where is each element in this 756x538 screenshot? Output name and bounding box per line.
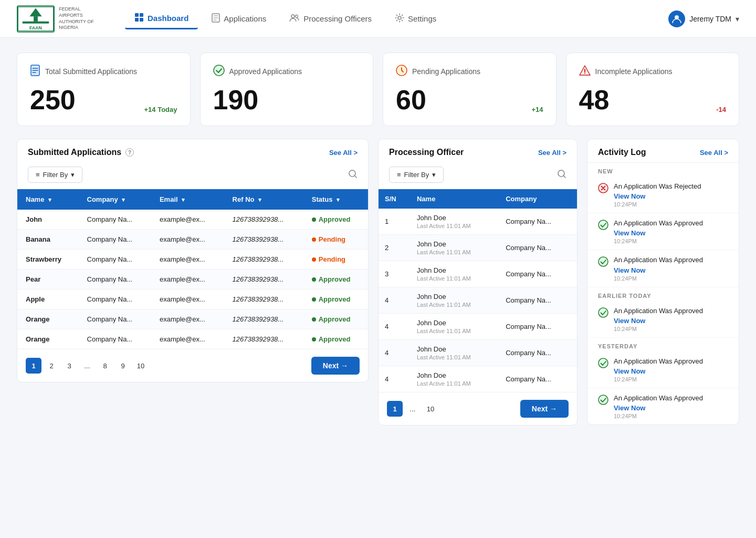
- stat-badge-incomplete: -14: [716, 106, 726, 113]
- activity-view-now-link[interactable]: View Now: [614, 229, 728, 237]
- activity-view-now-link[interactable]: View Now: [614, 192, 728, 200]
- activity-view-now-link[interactable]: View Now: [614, 317, 728, 325]
- officer-company: Company Na...: [499, 261, 577, 287]
- officers-see-all[interactable]: See All >: [538, 149, 566, 157]
- submitted-apps-search-btn[interactable]: [348, 169, 358, 180]
- col-header-company[interactable]: Company ▾: [79, 189, 151, 210]
- cell-name: Pear: [17, 270, 79, 289]
- processing-officers-card: Processing Officer See All > ≡ Filter By…: [378, 139, 578, 426]
- approved-icon: [598, 395, 608, 407]
- submitted-apps-table: Name ▾ Company ▾ Email ▾ Ref No ▾ Status…: [17, 189, 368, 349]
- activity-text: An Application Was Approved: [614, 255, 728, 265]
- list-item[interactable]: 4 John Doe Last Active 11:01 AM Company …: [379, 340, 577, 366]
- officers-search-btn[interactable]: [557, 169, 566, 180]
- officer-page-ellipsis: ...: [405, 401, 421, 417]
- svg-point-23: [598, 220, 608, 230]
- stat-value-incomplete: 48: [579, 86, 610, 113]
- cell-email: example@ex...: [151, 309, 224, 329]
- tooltip-icon: ?: [125, 148, 134, 157]
- officer-sn: 1: [379, 209, 411, 235]
- svg-text:FAAN: FAAN: [29, 25, 42, 30]
- cell-status: Pending: [303, 250, 368, 270]
- nav-item-dashboard[interactable]: Dashboard: [125, 8, 198, 29]
- table-row[interactable]: Pear Company Na... example@ex... 1267383…: [17, 270, 368, 289]
- nav-item-processing-officers[interactable]: Processing Officers: [280, 9, 381, 28]
- activity-text: An Application Was Rejected: [614, 182, 728, 191]
- nav-user[interactable]: Jeremy TDM ▾: [668, 11, 739, 27]
- table-row[interactable]: Orange Company Na... example@ex... 12673…: [17, 329, 368, 349]
- table-row[interactable]: Strawberry Company Na... example@ex... 1…: [17, 250, 368, 270]
- officer-page-numbers: 1 ... 10: [387, 401, 438, 417]
- table-row[interactable]: Orange Company Na... example@ex... 12673…: [17, 309, 368, 329]
- officer-company: Company Na...: [499, 235, 577, 261]
- submitted-apps-see-all[interactable]: See All >: [329, 149, 358, 157]
- svg-point-24: [598, 257, 608, 266]
- user-name: Jeremy TDM: [689, 15, 731, 23]
- submitted-apps-filter-btn[interactable]: ≡ Filter By ▾: [28, 167, 82, 183]
- table-row[interactable]: Banana Company Na... example@ex... 12673…: [17, 230, 368, 250]
- stat-card-pending: Pending Applications 60 +14: [383, 53, 556, 126]
- officers-filter-btn[interactable]: ≡ Filter By ▾: [389, 167, 444, 183]
- svg-point-19: [584, 73, 585, 74]
- list-item[interactable]: 1 John Doe Last Active 11:01 AM Company …: [379, 209, 577, 235]
- activity-log-see-all[interactable]: See All >: [700, 149, 728, 157]
- svg-point-16: [214, 65, 224, 76]
- svg-point-27: [598, 395, 608, 405]
- page-num-1[interactable]: 1: [26, 358, 41, 374]
- activity-time: 10:24PM: [614, 376, 728, 382]
- warning-icon: [579, 65, 591, 78]
- list-item[interactable]: 4 John Doe Last Active 11:01 AM Company …: [379, 314, 577, 340]
- page-num-2[interactable]: 2: [44, 358, 59, 374]
- officer-page-10[interactable]: 10: [423, 401, 438, 417]
- list-item[interactable]: 3 John Doe Last Active 11:01 AM Company …: [379, 261, 577, 287]
- svg-point-11: [291, 15, 295, 18]
- col-header-refno[interactable]: Ref No ▾: [224, 189, 303, 210]
- submitted-apps-pagination: 1 2 3 ... 8 9 10 Next →: [17, 349, 368, 382]
- cell-status: Approved: [303, 210, 368, 230]
- officer-sn: 4: [379, 314, 411, 340]
- page-num-9[interactable]: 9: [115, 358, 131, 374]
- activity-view-now-link[interactable]: View Now: [614, 367, 728, 375]
- col-header-status[interactable]: Status ▾: [303, 189, 368, 210]
- officer-company: Company Na...: [499, 366, 577, 392]
- stat-label-approved: Approved Applications: [229, 67, 302, 76]
- officers-header: Processing Officer See All >: [379, 139, 577, 162]
- activity-item: An Application Was Rejected View Now 10:…: [587, 177, 739, 213]
- col-header-name[interactable]: Name ▾: [17, 189, 79, 210]
- officer-page-1[interactable]: 1: [387, 401, 403, 417]
- filter-chevron-icon: ▾: [71, 171, 75, 179]
- page-num-10[interactable]: 10: [133, 358, 149, 374]
- officer-sn: 3: [379, 261, 411, 287]
- officer-filter-icon: ≡: [397, 171, 401, 179]
- svg-point-12: [296, 15, 298, 18]
- table-row[interactable]: John Company Na... example@ex... 1267383…: [17, 210, 368, 230]
- activity-view-now-link[interactable]: View Now: [614, 404, 728, 412]
- page-num-3[interactable]: 3: [61, 358, 77, 374]
- list-item[interactable]: 4 John Doe Last Active 11:01 AM Company …: [379, 287, 577, 314]
- activity-item: An Application Was Approved View Now 10:…: [587, 213, 739, 250]
- cell-name: Banana: [17, 230, 79, 250]
- officer-name: John Doe Last Active 11:01 AM: [411, 287, 499, 314]
- activity-section-label: YESTERDAY: [587, 338, 739, 351]
- activity-time: 10:24PM: [614, 238, 728, 244]
- bottom-row: Submitted Applications ? See All > ≡ Fil…: [17, 139, 739, 426]
- cell-refno: 126738392938...: [224, 210, 303, 230]
- page-num-8[interactable]: 8: [97, 358, 113, 374]
- svg-rect-6: [135, 13, 139, 17]
- cell-company: Company Na...: [79, 309, 151, 329]
- officers-next-btn[interactable]: Next →: [520, 400, 569, 418]
- officers-filter-bar: ≡ Filter By ▾: [379, 162, 577, 189]
- file-icon: [212, 13, 220, 24]
- svg-point-21: [558, 170, 564, 177]
- list-item[interactable]: 4 John Doe Last Active 11:01 AM Company …: [379, 366, 577, 392]
- stat-label-total: Total Submitted Applications: [45, 67, 137, 76]
- activity-content: An Application Was Approved View Now 10:…: [614, 394, 728, 419]
- col-header-email[interactable]: Email ▾: [151, 189, 224, 210]
- logo: FAAN FEDERAL AIRPORTS AUTHORITY OF NIGER…: [17, 5, 96, 33]
- table-row[interactable]: Apple Company Na... example@ex... 126738…: [17, 289, 368, 309]
- list-item[interactable]: 2 John Doe Last Active 11:01 AM Company …: [379, 235, 577, 261]
- nav-item-applications[interactable]: Applications: [202, 9, 276, 28]
- activity-view-now-link[interactable]: View Now: [614, 266, 728, 274]
- nav-item-settings[interactable]: Settings: [385, 9, 446, 28]
- submitted-apps-next-btn[interactable]: Next →: [311, 357, 360, 375]
